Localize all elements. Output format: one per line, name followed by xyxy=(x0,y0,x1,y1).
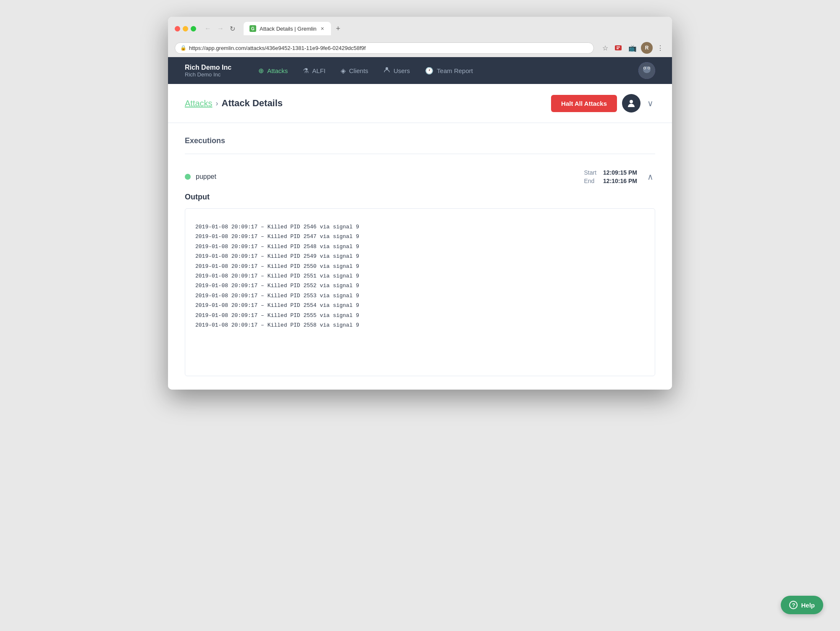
bookmark-button[interactable]: ☆ xyxy=(601,42,610,54)
breadcrumb: Attacks › Attack Details xyxy=(185,98,283,109)
avatar-image xyxy=(638,62,655,79)
svg-rect-2 xyxy=(617,48,619,49)
svg-point-9 xyxy=(648,68,650,69)
refresh-button[interactable]: ↻ xyxy=(228,24,237,34)
browser-controls: ← → ↻ G Attack Details | Gremlin × + xyxy=(175,22,665,35)
browser-nav-buttons: ← → ↻ xyxy=(203,24,237,34)
end-value: 12:10:16 PM xyxy=(603,178,637,184)
output-line: 2019-01-08 20:09:17 – Killed PID 2549 vi… xyxy=(195,251,645,261)
tab-title-text: Attack Details | Gremlin xyxy=(260,26,317,32)
tab-close-button[interactable]: × xyxy=(320,26,325,31)
user-avatar[interactable]: R xyxy=(641,42,653,54)
browser-titlebar: ← → ↻ G Attack Details | Gremlin × + xyxy=(168,17,672,39)
executions-section-title: Executions xyxy=(185,136,655,145)
active-tab[interactable]: G Attack Details | Gremlin × xyxy=(244,22,331,35)
nav-item-team-report[interactable]: 🕐 Team Report xyxy=(418,63,480,78)
forward-button[interactable]: → xyxy=(215,24,226,34)
output-line: 2019-01-08 20:09:17 – Killed PID 2548 vi… xyxy=(195,242,645,251)
output-line: 2019-01-08 20:09:17 – Killed PID 2558 vi… xyxy=(195,320,645,330)
collapse-execution-button[interactable]: ∧ xyxy=(646,170,655,183)
back-button[interactable]: ← xyxy=(203,24,213,34)
alfi-icon: ⚗ xyxy=(303,67,309,75)
page-actions: Halt All Attacks ∨ xyxy=(551,94,655,113)
tab-bar: G Attack Details | Gremlin × + xyxy=(244,22,344,35)
start-value: 12:09:15 PM xyxy=(603,169,637,176)
output-line: 2019-01-08 20:09:17 – Killed PID 2551 vi… xyxy=(195,271,645,281)
user-icon-button[interactable] xyxy=(622,94,640,113)
menu-button[interactable]: ⋮ xyxy=(655,42,665,54)
svg-point-3 xyxy=(386,67,388,70)
nav-item-users[interactable]: Users xyxy=(377,63,417,78)
clients-label: Clients xyxy=(349,67,368,74)
alfi-label: ALFI xyxy=(312,67,326,74)
minimize-traffic-light[interactable] xyxy=(183,26,188,31)
expand-chevron-button[interactable]: ∨ xyxy=(646,97,655,110)
attacks-icon: ⊕ xyxy=(258,67,264,75)
nav-links: ⊕ Attacks ⚗ ALFI ◈ Clients xyxy=(252,63,638,78)
svg-point-8 xyxy=(644,68,646,69)
execution-times: Start 12:09:15 PM End 12:10:16 PM xyxy=(584,169,637,184)
breadcrumb-separator: › xyxy=(216,99,218,108)
execution-right: Start 12:09:15 PM End 12:10:16 PM ∧ xyxy=(584,169,655,184)
svg-point-10 xyxy=(630,100,633,103)
execution-item: puppet Start 12:09:15 PM End 12:10:16 PM… xyxy=(185,164,655,189)
breadcrumb-attacks-link[interactable]: Attacks xyxy=(185,99,213,108)
page-title: Attack Details xyxy=(222,98,283,109)
attacks-label: Attacks xyxy=(267,67,288,74)
app-nav: Rich Demo Inc Rich Demo Inc ⊕ Attacks ⚗ … xyxy=(168,57,672,84)
svg-rect-1 xyxy=(617,47,620,47)
help-circle-icon: ? xyxy=(789,601,798,609)
output-line: 2019-01-08 20:09:17 – Killed PID 2554 vi… xyxy=(195,301,645,310)
url-text: https://app.gremlin.com/attacks/436e9452… xyxy=(189,45,588,51)
output-line: 2019-01-08 20:09:17 – Killed PID 2553 vi… xyxy=(195,291,645,301)
traffic-lights xyxy=(175,26,196,31)
users-label: Users xyxy=(394,67,410,74)
brand: Rich Demo Inc Rich Demo Inc xyxy=(185,63,231,78)
help-button[interactable]: ? Help xyxy=(781,596,823,614)
address-bar[interactable]: 🔒 https://app.gremlin.com/attacks/436e94… xyxy=(175,42,594,54)
tab-favicon: G xyxy=(249,25,256,32)
address-bar-row: 🔒 https://app.gremlin.com/attacks/436e94… xyxy=(168,39,672,57)
users-icon xyxy=(383,66,390,75)
executions-divider xyxy=(185,154,655,154)
clients-icon: ◈ xyxy=(341,67,346,75)
brand-name: Rich Demo Inc xyxy=(185,63,231,71)
help-label: Help xyxy=(801,602,815,609)
output-line: 2019-01-08 20:09:17 – Killed PID 2546 vi… xyxy=(195,222,645,232)
nav-user-avatar[interactable] xyxy=(638,62,655,79)
extension-button-1[interactable] xyxy=(612,42,624,54)
output-line: 2019-01-08 20:09:17 – Killed PID 2547 vi… xyxy=(195,232,645,241)
output-section: Output 2019-01-08 20:09:17 – Killed PID … xyxy=(185,193,655,376)
new-tab-button[interactable]: + xyxy=(333,23,344,35)
team-report-icon: 🕐 xyxy=(425,67,433,75)
output-title: Output xyxy=(185,193,655,202)
page-header: Attacks › Attack Details Halt All Attack… xyxy=(168,84,672,123)
browser-window: ← → ↻ G Attack Details | Gremlin × + 🔒 h… xyxy=(168,17,672,390)
output-line: 2019-01-08 20:09:17 – Killed PID 2550 vi… xyxy=(195,262,645,271)
fullscreen-traffic-light[interactable] xyxy=(191,26,196,31)
lock-icon: 🔒 xyxy=(180,45,186,51)
close-traffic-light[interactable] xyxy=(175,26,180,31)
halt-all-attacks-button[interactable]: Halt All Attacks xyxy=(551,95,617,112)
toolbar-icons: ☆ 📺 R ⋮ xyxy=(601,42,665,54)
brand-sub: Rich Demo Inc xyxy=(185,71,231,78)
end-label: End xyxy=(584,178,596,184)
output-terminal[interactable]: 2019-01-08 20:09:17 – Killed PID 2546 vi… xyxy=(185,208,655,376)
start-label: Start xyxy=(584,169,596,176)
team-report-label: Team Report xyxy=(437,67,473,74)
execution-left: puppet xyxy=(185,173,216,181)
cast-button[interactable]: 📺 xyxy=(627,42,638,54)
app-container: Rich Demo Inc Rich Demo Inc ⊕ Attacks ⚗ … xyxy=(168,57,672,390)
svg-rect-0 xyxy=(615,45,622,50)
nav-item-alfi[interactable]: ⚗ ALFI xyxy=(296,63,332,78)
status-dot xyxy=(185,174,191,180)
nav-item-attacks[interactable]: ⊕ Attacks xyxy=(252,63,294,78)
execution-name: puppet xyxy=(196,173,216,181)
main-content: Executions puppet Start 12:09:15 PM End … xyxy=(168,123,672,390)
nav-item-clients[interactable]: ◈ Clients xyxy=(334,63,375,78)
output-line: 2019-01-08 20:09:17 – Killed PID 2555 vi… xyxy=(195,311,645,320)
output-line: 2019-01-08 20:09:17 – Killed PID 2552 vi… xyxy=(195,281,645,291)
